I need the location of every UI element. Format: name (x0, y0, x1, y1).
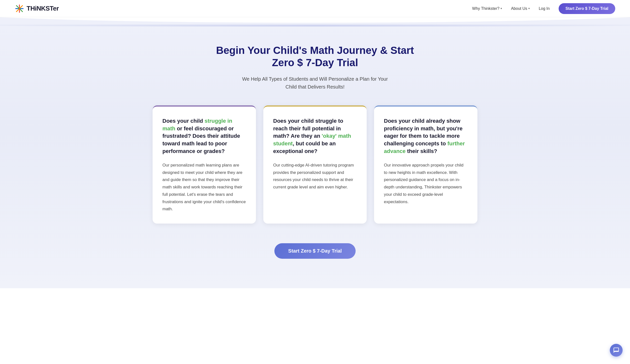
card-struggle: Does your child struggle in math or feel… (152, 105, 256, 224)
card-1-highlight: struggle in math (162, 118, 232, 132)
nav-cta-button[interactable]: Start Zero $ 7-Day Trial (559, 3, 615, 14)
card-3-highlight: further advance (384, 140, 465, 154)
nav-about-us[interactable]: About Us ▾ (511, 6, 530, 11)
nav-login[interactable]: Log In (539, 6, 550, 11)
card-okay: Does your child struggle to reach their … (263, 105, 367, 224)
cards-container: Does your child struggle in math or feel… (143, 105, 487, 224)
chat-icon (613, 347, 620, 354)
card-2-heading: Does your child struggle to reach their … (273, 117, 357, 155)
bottom-cta-button[interactable]: Start Zero $ 7-Day Trial (274, 243, 356, 259)
card-2-highlight: 'okay' math student (273, 133, 351, 147)
card-1-body: Our personalized math learning plans are… (162, 162, 246, 213)
card-1-heading: Does your child struggle in math or feel… (162, 117, 246, 155)
bottom-cta-area: Start Zero $ 7-Day Trial (10, 238, 620, 274)
chevron-down-icon: ▾ (528, 7, 530, 10)
chevron-down-icon: ▾ (500, 7, 502, 10)
hero-title: Begin Your Child's Math Journey & Start … (204, 44, 426, 69)
wave-divider (0, 17, 630, 24)
card-3-heading: Does your child already show proficiency… (384, 117, 468, 155)
nav-links: Why Thinkster? ▾ About Us ▾ Log In Start… (472, 3, 615, 14)
hero-subtitle: We Help All Types of Students and Will P… (229, 75, 401, 91)
logo-text: THiNKSTer (26, 5, 59, 12)
nav-why-thinkster[interactable]: Why Thinkster? ▾ (472, 6, 502, 11)
hero-section: Begin Your Child's Math Journey & Start … (0, 24, 630, 288)
chat-bubble-button[interactable] (610, 344, 622, 357)
logo-icon (15, 4, 24, 13)
card-3-body: Our innovative approach propels your chi… (384, 162, 468, 206)
card-2-body: Our cutting-edge AI-driven tutoring prog… (273, 162, 357, 191)
card-advanced: Does your child already show proficiency… (374, 105, 478, 224)
logo[interactable]: THiNKSTer (15, 4, 59, 13)
navbar: THiNKSTer Why Thinkster? ▾ About Us ▾ Lo… (0, 0, 630, 17)
